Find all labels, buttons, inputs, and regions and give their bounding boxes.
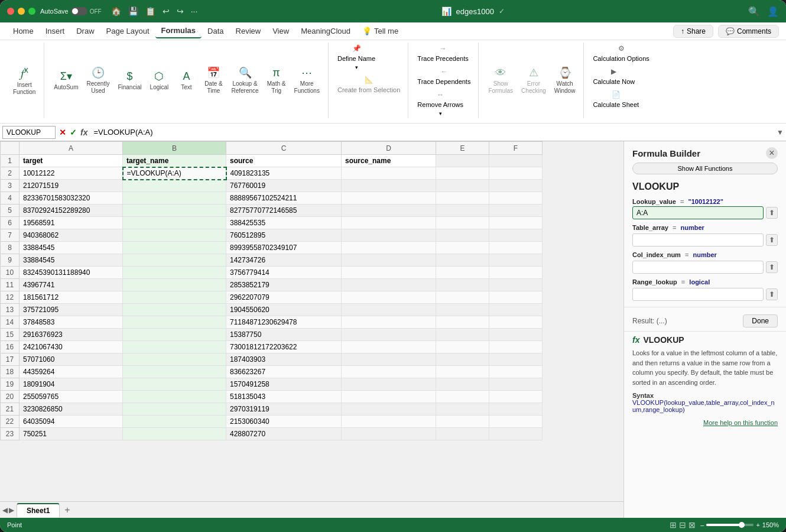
- menu-review[interactable]: Review: [230, 24, 267, 38]
- cell-A14[interactable]: 37848583: [20, 316, 123, 329]
- create-from-selection-btn[interactable]: 📐 Create from Selection: [334, 74, 403, 95]
- cell-A8[interactable]: 33884545: [20, 242, 123, 254]
- confirm-formula-icon[interactable]: ✓: [70, 128, 77, 137]
- function-wizard-icon[interactable]: fx: [80, 128, 87, 137]
- cell-D23[interactable]: [342, 428, 436, 440]
- menu-page-layout[interactable]: Page Layout: [100, 24, 155, 38]
- profile-icon[interactable]: 👤: [767, 6, 779, 17]
- calculation-options-btn[interactable]: ⚙ Calculation Options: [590, 43, 652, 64]
- cell-F15[interactable]: [489, 329, 543, 341]
- row-num-20[interactable]: 20: [1, 391, 20, 403]
- remove-arrows-dropdown[interactable]: ▾: [439, 111, 442, 116]
- cell-E4[interactable]: [436, 192, 489, 205]
- cell-B15[interactable]: [123, 329, 226, 341]
- zoom-slider[interactable]: [706, 524, 753, 526]
- cell-A5[interactable]: 83702924152289280: [20, 205, 123, 217]
- cell-B2[interactable]: =VLOOKUP(A:A): [123, 167, 226, 180]
- cell-E9[interactable]: [436, 254, 489, 267]
- fb-table-array-input[interactable]: [632, 233, 764, 246]
- cell-C18[interactable]: 836623267: [226, 366, 342, 378]
- cell-B8[interactable]: [123, 242, 226, 254]
- cell-C22[interactable]: 2153060340: [226, 416, 342, 428]
- cell-F16[interactable]: [489, 341, 543, 353]
- cell-F5[interactable]: [489, 205, 543, 217]
- cell-F4[interactable]: [489, 192, 543, 205]
- cell-D13[interactable]: [342, 304, 436, 316]
- row-num-23[interactable]: 23: [1, 428, 20, 440]
- row-num-12[interactable]: 12: [1, 291, 20, 304]
- cell-E12[interactable]: [436, 291, 489, 304]
- cell-F20[interactable]: [489, 391, 543, 403]
- cell-B12[interactable]: [123, 291, 226, 304]
- text-btn[interactable]: A Text: [173, 63, 199, 98]
- share-button[interactable]: ↑Share: [673, 25, 713, 38]
- cell-E19[interactable]: [436, 378, 489, 391]
- cell-C14[interactable]: 71184871230629478: [226, 316, 342, 329]
- cell-A22[interactable]: 64035094: [20, 416, 123, 428]
- sheet-tab-sheet1[interactable]: Sheet1: [17, 503, 60, 517]
- cell-B22[interactable]: [123, 416, 226, 428]
- remove-arrows-btn[interactable]: ↔ Remove Arrows ▾: [414, 89, 466, 118]
- cell-C4[interactable]: 88889567102524211: [226, 192, 342, 205]
- cell-D1[interactable]: source_name: [342, 155, 436, 167]
- cell-D8[interactable]: [342, 242, 436, 254]
- row-num-11[interactable]: 11: [1, 279, 20, 291]
- calculate-now-btn[interactable]: ▶ Calculate Now: [590, 66, 638, 87]
- cell-E15[interactable]: [436, 329, 489, 341]
- cell-D2[interactable]: [342, 167, 436, 180]
- cell-E5[interactable]: [436, 205, 489, 217]
- row-num-10[interactable]: 10: [1, 267, 20, 279]
- cell-E10[interactable]: [436, 267, 489, 279]
- fb-range-lookup-icon[interactable]: ⬆: [766, 288, 778, 300]
- fb-range-lookup-input[interactable]: [632, 288, 764, 301]
- fb-table-array-icon[interactable]: ⬆: [766, 234, 778, 246]
- row-num-14[interactable]: 14: [1, 316, 20, 329]
- maximize-button[interactable]: [28, 8, 35, 15]
- zoom-plus-icon[interactable]: +: [756, 521, 759, 528]
- cell-E22[interactable]: [436, 416, 489, 428]
- col-header-F[interactable]: F: [489, 142, 543, 155]
- search-icon[interactable]: 🔍: [748, 6, 760, 17]
- cell-D14[interactable]: [342, 316, 436, 329]
- define-name-btn[interactable]: 📌 Define Name ▾: [334, 43, 378, 72]
- cell-D11[interactable]: [342, 279, 436, 291]
- cancel-formula-icon[interactable]: ✕: [59, 128, 66, 137]
- cell-F3[interactable]: [489, 180, 543, 192]
- close-button[interactable]: [7, 8, 14, 15]
- row-num-3[interactable]: 3: [1, 180, 20, 192]
- cell-A18[interactable]: 44359264: [20, 366, 123, 378]
- cell-D15[interactable]: [342, 329, 436, 341]
- calculate-sheet-btn[interactable]: 📄 Calculate Sheet: [590, 89, 642, 110]
- cell-C13[interactable]: 1904550620: [226, 304, 342, 316]
- row-num-8[interactable]: 8: [1, 242, 20, 254]
- cell-C17[interactable]: 187403903: [226, 353, 342, 366]
- cell-D20[interactable]: [342, 391, 436, 403]
- cell-D5[interactable]: [342, 205, 436, 217]
- cell-E17[interactable]: [436, 353, 489, 366]
- cell-C7[interactable]: 760512895: [226, 229, 342, 242]
- cell-E6[interactable]: [436, 217, 489, 229]
- comments-button[interactable]: 💬Comments: [718, 25, 779, 38]
- autosave-switch[interactable]: [71, 7, 87, 15]
- fb-more-help-link[interactable]: More help on this function: [624, 417, 786, 429]
- cell-A2[interactable]: 10012122: [20, 167, 123, 180]
- cell-A21[interactable]: 3230826850: [20, 403, 123, 416]
- row-num-15[interactable]: 15: [1, 329, 20, 341]
- sheet-table-wrapper[interactable]: A B C D E F 1 target target_name: [0, 141, 623, 501]
- home-icon[interactable]: 🏠: [111, 7, 121, 16]
- cell-E7[interactable]: [436, 229, 489, 242]
- cell-A12[interactable]: 181561712: [20, 291, 123, 304]
- logical-btn[interactable]: ⬡ Logical: [146, 63, 172, 98]
- cell-C9[interactable]: 142734726: [226, 254, 342, 267]
- cell-B16[interactable]: [123, 341, 226, 353]
- cell-A23[interactable]: 750251: [20, 428, 123, 440]
- cell-E11[interactable]: [436, 279, 489, 291]
- tab-prev-icon[interactable]: ◀: [2, 506, 8, 514]
- cell-D16[interactable]: [342, 341, 436, 353]
- financial-btn[interactable]: $ Financial: [114, 63, 145, 98]
- cell-D12[interactable]: [342, 291, 436, 304]
- cell-C12[interactable]: 2962207079: [226, 291, 342, 304]
- cell-A11[interactable]: 43967741: [20, 279, 123, 291]
- cell-A7[interactable]: 940368062: [20, 229, 123, 242]
- zoom-minus-icon[interactable]: –: [700, 521, 704, 528]
